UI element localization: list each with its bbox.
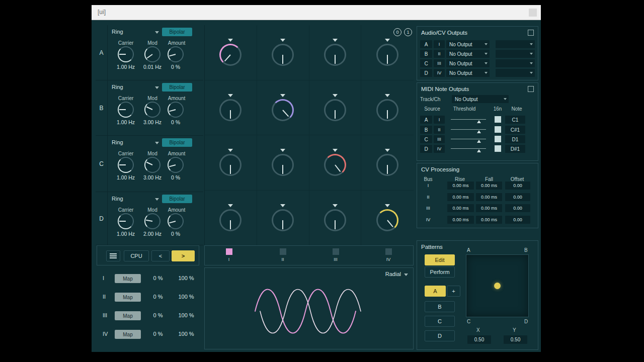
threshold-slider-d[interactable] [451,145,486,153]
midi-numeral-iv[interactable]: IV [434,145,445,153]
output-numeral-iii[interactable]: III [434,59,445,67]
amount-knob-d[interactable] [168,213,184,229]
zero-icon[interactable]: 0 [393,28,401,36]
carrier-knob-d[interactable] [118,213,134,229]
map-max-value[interactable]: 100 % [172,275,200,281]
matrix-knob-d-iii[interactable] [324,209,346,231]
amount-knob-a[interactable] [168,46,184,62]
matrix-knob-c-iii[interactable] [324,154,346,176]
threshold-slider-a[interactable] [451,116,486,124]
map-button-ii[interactable]: Map [115,293,141,302]
track-dropdown[interactable]: No Output [452,95,509,103]
amount-value[interactable]: 0 % [164,64,188,70]
matrix-knob-b-iv[interactable] [376,99,398,121]
amount-value[interactable]: 0 % [164,119,188,125]
mode-select-c[interactable]: Ring [112,139,162,147]
res-checkbox-b[interactable] [495,126,501,133]
one-icon[interactable]: 1 [404,28,412,36]
mod-value[interactable]: 2.00 Hz [138,231,167,237]
rise-value[interactable]: 0.00 ms [447,193,474,201]
output-dropdown-d[interactable]: No Output [446,69,490,77]
output-letter-c[interactable]: C [420,59,432,67]
output-letter-a[interactable]: A [420,40,432,48]
carrier-knob-c[interactable] [118,157,134,173]
midi-numeral-iii[interactable]: III [434,135,445,143]
matrix-knob-d-ii[interactable] [272,209,294,231]
mode-select-b[interactable]: Ring [112,84,162,92]
edit-button[interactable]: Edit [425,254,455,265]
prev-button[interactable]: < [151,250,170,261]
mod-value[interactable]: 3.00 Hz [138,119,167,125]
matrix-knob-d-i[interactable] [219,209,242,231]
pattern-slot-c[interactable]: C [425,316,455,327]
carrier-knob-b[interactable] [118,102,134,118]
midi-letter-d[interactable]: D [420,145,432,153]
matrix-knob-c-ii[interactable] [272,154,294,176]
channel-letter[interactable]: C [96,136,108,192]
output-letter-d[interactable]: D [420,69,432,77]
map-min-value[interactable]: 0 % [145,294,171,300]
note-value-d[interactable]: D#1 [505,145,525,153]
output-letter-b[interactable]: B [420,50,432,58]
matrix-knob-c-i[interactable] [219,154,242,176]
column-select-iii[interactable] [333,248,339,255]
threshold-slider-b[interactable] [451,126,486,134]
output-numeral-i[interactable]: I [434,40,445,48]
res-checkbox-c[interactable] [495,136,501,142]
matrix-knob-c-iv[interactable] [376,154,398,176]
carrier-value[interactable]: 1.00 Hz [111,64,141,70]
channel-letter[interactable]: A [96,25,108,80]
matrix-knob-a-ii[interactable] [272,44,294,66]
output-dropdown-a[interactable]: No Output [446,40,490,48]
bipolar-button-d[interactable]: Bipolar [162,195,192,203]
offset-value[interactable]: 0.00 [505,216,530,224]
map-button-i[interactable]: Map [115,274,141,283]
carrier-value[interactable]: 1.00 Hz [111,119,141,125]
matrix-knob-d-iv[interactable] [376,209,398,231]
midi-letter-b[interactable]: B [420,126,432,134]
map-button-iv[interactable]: Map [115,330,141,339]
channel-letter[interactable]: B [96,80,108,135]
pattern-slot-b[interactable]: B [425,301,455,312]
add-pattern-button[interactable]: + [447,286,460,297]
map-min-value[interactable]: 0 % [145,275,171,281]
mod-knob-d[interactable] [144,213,160,229]
note-value-c[interactable]: D1 [505,135,525,143]
offset-value[interactable]: 0.00 [505,193,530,201]
midi-letter-a[interactable]: A [420,116,432,124]
column-select-i[interactable] [226,248,232,255]
next-button[interactable]: > [172,250,195,261]
channel-letter[interactable]: D [96,192,108,245]
output-dropdown-c[interactable]: No Output [446,59,490,67]
note-value-b[interactable]: C#1 [505,126,525,134]
cpu-button[interactable]: CPU [124,250,149,261]
map-max-value[interactable]: 100 % [172,331,200,337]
close-button[interactable] [529,9,537,17]
xy-pad[interactable] [466,254,529,317]
amount-knob-b[interactable] [168,102,184,118]
output-dropdown-b[interactable]: No Output [446,50,490,58]
matrix-knob-a-i[interactable] [219,44,242,66]
midi-numeral-i[interactable]: I [434,116,445,124]
column-select-iv[interactable] [385,248,392,255]
x-value[interactable]: 0.50 [467,335,491,344]
map-max-value[interactable]: 100 % [172,294,200,300]
bipolar-button-a[interactable]: Bipolar [162,28,192,36]
mod-value[interactable]: 3.00 Hz [138,174,167,180]
mod-knob-c[interactable] [144,157,160,173]
carrier-value[interactable]: 1.00 Hz [111,174,141,180]
amount-knob-c[interactable] [168,157,184,173]
bipolar-button-b[interactable]: Bipolar [162,83,192,92]
fall-value[interactable]: 0.00 ms [476,216,502,224]
output-sub-dropdown-c[interactable] [496,59,535,67]
map-button-iii[interactable]: Map [115,311,141,320]
pattern-slot-a[interactable]: A [425,286,446,297]
map-max-value[interactable]: 100 % [172,312,200,318]
bipolar-button-c[interactable]: Bipolar [162,138,192,147]
carrier-knob-a[interactable] [118,46,134,62]
section-toggle-icon[interactable] [528,86,534,92]
matrix-knob-b-iii[interactable] [324,99,346,121]
output-sub-dropdown-b[interactable] [496,50,535,58]
midi-letter-c[interactable]: C [420,135,432,143]
fall-value[interactable]: 0.00 ms [476,204,502,212]
